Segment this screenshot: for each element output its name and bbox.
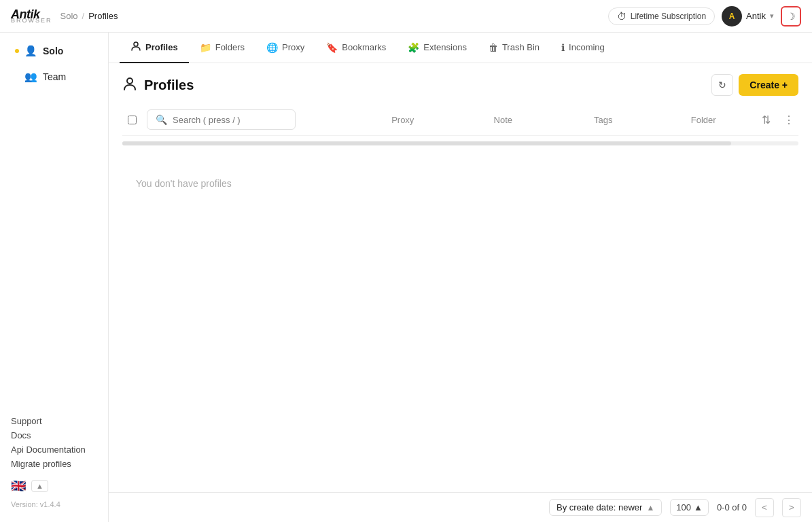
tab-folders[interactable]: 📁 Folders <box>189 34 255 63</box>
sort-label: By create date: newer <box>557 502 642 512</box>
sidebar-item-solo[interactable]: 👤 Solo <box>4 39 104 63</box>
support-link[interactable]: Support <box>11 416 97 426</box>
page-size-arrow-icon: ▲ <box>694 502 703 512</box>
sidebar-label-solo: Solo <box>43 46 63 56</box>
logo-sub: BROWSER <box>11 18 52 24</box>
user-icon: 👤 <box>24 45 37 57</box>
main-layout: 👤 Solo 👥 Team Support Docs Api Documenta… <box>0 33 812 522</box>
nav-tabs: Profiles 📁 Folders 🌐 Proxy 🔖 Bookmarks 🧩… <box>109 33 812 63</box>
tab-folders-label: Folders <box>215 42 245 52</box>
sort-arrow-icon: ▲ <box>646 503 654 512</box>
avatar: A <box>722 6 742 27</box>
empty-state: You don't have profiles <box>122 151 798 216</box>
filter-button[interactable]: ⇅ <box>756 110 775 129</box>
page-title-area: Profiles <box>122 76 194 94</box>
theme-icon: ☽ <box>787 11 796 22</box>
folders-tab-icon: 📁 <box>200 42 211 53</box>
topbar-left: Antik BROWSER Solo / Profiles <box>11 8 118 24</box>
search-input[interactable] <box>173 115 287 125</box>
tab-trash-label: Trash Bin <box>502 42 540 52</box>
refresh-button[interactable]: ↻ <box>711 74 733 96</box>
docs-link[interactable]: Docs <box>11 430 97 440</box>
table-header: 🔍 Proxy Note Tags Folder ⇅ ⋮ <box>122 104 798 136</box>
bottom-bar: By create date: newer ▲ 100 ▲ 0-0 of 0 <… <box>109 492 812 522</box>
search-box[interactable]: 🔍 <box>147 109 296 130</box>
page-size-select[interactable]: 100 ▲ <box>670 499 709 516</box>
search-icon: 🔍 <box>156 114 167 125</box>
select-all-checkbox[interactable] <box>128 116 137 124</box>
sidebar-item-team[interactable]: 👥 Team <box>4 65 104 88</box>
bookmarks-tab-icon: 🔖 <box>326 42 338 53</box>
profiles-tab-icon <box>130 41 141 54</box>
next-page-button[interactable]: > <box>782 498 801 517</box>
version-label: Version: v1.4.4 <box>11 498 97 511</box>
topbar: Antik BROWSER Solo / Profiles ⏱ Lifetime… <box>0 0 812 33</box>
tab-extensions-label: Extensions <box>423 42 467 52</box>
sidebar-bottom: Support Docs Api Documentation Migrate p… <box>0 405 108 522</box>
content-area: Profiles 📁 Folders 🌐 Proxy 🔖 Bookmarks 🧩… <box>109 33 812 522</box>
incoming-tab-icon: ℹ <box>561 42 565 53</box>
breadcrumb-parent[interactable]: Solo <box>60 11 78 21</box>
page-header: Profiles ↻ Create + <box>109 63 812 104</box>
language-collapse-button[interactable]: ▲ <box>31 480 48 492</box>
subscription-label: Lifetime Subscription <box>631 12 706 21</box>
empty-message: You don't have profiles <box>136 178 232 189</box>
sidebar-label-team: Team <box>43 71 66 82</box>
breadcrumb-current: Profiles <box>88 11 118 21</box>
tab-incoming-label: Incoming <box>569 42 605 52</box>
api-docs-link[interactable]: Api Documentation <box>11 445 97 455</box>
tab-bookmarks[interactable]: 🔖 Bookmarks <box>315 34 397 63</box>
theme-toggle-button[interactable]: ☽ <box>781 6 801 27</box>
subscription-icon: ⏱ <box>617 11 626 22</box>
page-title: Profiles <box>144 77 194 93</box>
tab-incoming[interactable]: ℹ Incoming <box>550 34 616 63</box>
svg-point-1 <box>127 78 133 84</box>
language-flag: 🇬🇧 <box>11 478 26 493</box>
tab-profiles-label: Profiles <box>145 42 178 52</box>
select-all-checkbox-area[interactable] <box>122 116 141 124</box>
logo: Antik BROWSER <box>11 8 52 24</box>
column-folder: Folder <box>656 115 752 125</box>
svg-point-0 <box>134 42 138 46</box>
user-name: Antik <box>746 11 766 21</box>
table-area: 🔍 Proxy Note Tags Folder ⇅ ⋮ <box>109 104 812 216</box>
subscription-badge: ⏱ Lifetime Subscription <box>608 7 715 25</box>
horizontal-scrollbar[interactable] <box>122 141 798 145</box>
tab-bookmarks-label: Bookmarks <box>342 42 386 52</box>
tab-profiles[interactable]: Profiles <box>120 33 189 63</box>
tab-extensions[interactable]: 🧩 Extensions <box>397 34 478 63</box>
column-tags: Tags <box>556 115 651 125</box>
page-title-icon <box>122 76 137 94</box>
header-actions: ↻ Create + <box>711 74 798 96</box>
team-icon: 👥 <box>24 71 37 83</box>
page-size-value: 100 <box>676 502 691 512</box>
column-note: Note <box>456 115 551 125</box>
tab-proxy[interactable]: 🌐 Proxy <box>255 34 315 63</box>
table-actions: ⇅ ⋮ <box>756 110 798 129</box>
prev-page-button[interactable]: < <box>755 498 774 517</box>
extensions-tab-icon: 🧩 <box>408 42 419 53</box>
migrate-link[interactable]: Migrate profiles <box>11 459 97 469</box>
topbar-right: ⏱ Lifetime Subscription A Antik ▾ ☽ <box>608 6 801 27</box>
proxy-tab-icon: 🌐 <box>266 42 278 53</box>
sidebar: 👤 Solo 👥 Team Support Docs Api Documenta… <box>0 33 109 522</box>
more-options-button[interactable]: ⋮ <box>779 110 798 129</box>
tab-proxy-label: Proxy <box>282 42 304 52</box>
page-info: 0-0 of 0 <box>717 502 747 512</box>
tab-trash[interactable]: 🗑 Trash Bin <box>478 34 550 63</box>
active-dot <box>15 49 19 53</box>
scroll-thumb <box>122 141 731 145</box>
column-proxy: Proxy <box>355 115 451 125</box>
chevron-down-icon: ▾ <box>770 12 774 20</box>
breadcrumb-separator: / <box>82 11 85 21</box>
sort-select[interactable]: By create date: newer ▲ <box>549 499 662 516</box>
sidebar-footer: 🇬🇧 ▲ <box>11 478 97 493</box>
trash-tab-icon: 🗑 <box>489 42 498 53</box>
create-button[interactable]: Create + <box>739 74 798 96</box>
breadcrumb: Solo / Profiles <box>60 11 118 21</box>
page-content: Profiles ↻ Create + 🔍 Proxy <box>109 63 812 492</box>
user-menu[interactable]: A Antik ▾ <box>722 6 774 27</box>
